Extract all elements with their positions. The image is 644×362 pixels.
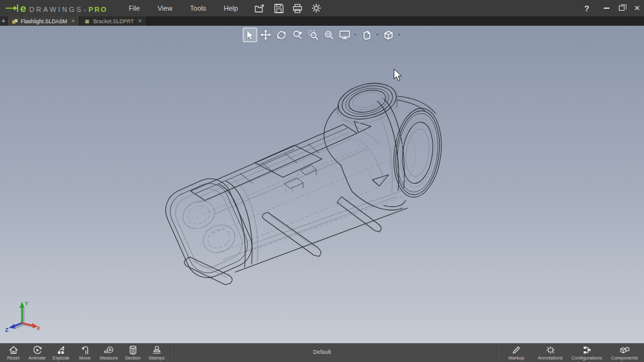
tool-label: Markup	[508, 355, 524, 361]
toolbar-separator	[170, 346, 171, 361]
axis-y-label: Y	[25, 300, 28, 307]
explode-button[interactable]: Explode	[49, 344, 73, 362]
mouse-cursor	[393, 69, 402, 82]
monitor-icon	[339, 30, 350, 40]
section-icon	[128, 346, 138, 354]
animate-icon	[33, 346, 42, 354]
animate-button[interactable]: Animate	[25, 344, 49, 362]
configurations-button[interactable]: Configurations	[567, 344, 606, 362]
menu-tools[interactable]: Tools	[181, 1, 215, 15]
part-icon	[84, 19, 91, 24]
select-tool-button[interactable]	[243, 28, 257, 42]
tool-label: Measure	[99, 355, 118, 361]
section-button[interactable]: Section	[121, 344, 145, 362]
components-icon	[619, 346, 630, 354]
fullscreen-tool-button[interactable]	[337, 28, 352, 42]
zoom-area-tool-button[interactable]	[306, 28, 320, 42]
window-controls: ? ✕	[584, 0, 640, 16]
tool-label: Configurations	[572, 355, 602, 361]
tool-label: Move	[79, 355, 91, 361]
menu-file[interactable]: File	[120, 1, 149, 15]
toolbar-separator	[497, 346, 497, 361]
configuration-label: Default	[313, 349, 331, 355]
tab-label: Bracket.SLDPRT	[93, 18, 134, 25]
view-toolbar	[243, 28, 402, 42]
move-button[interactable]: Move	[73, 344, 97, 362]
configurations-icon	[582, 346, 592, 354]
view-orientation-dropdown[interactable]	[397, 28, 402, 42]
markup-views-button[interactable]	[359, 28, 374, 42]
model-viewport[interactable]: Y X Z	[0, 26, 644, 343]
axis-x-label: X	[36, 325, 40, 331]
components-button[interactable]: Components	[606, 344, 643, 362]
restore-button[interactable]	[619, 6, 625, 11]
status-bar: Reset Animate Explode	[0, 343, 644, 362]
print-icon	[292, 4, 303, 13]
explode-icon	[57, 346, 66, 354]
minimize-button[interactable]	[604, 8, 609, 9]
logo-arrow-icon	[5, 4, 19, 12]
fullscreen-dropdown[interactable]	[353, 28, 358, 42]
tool-label: Explode	[52, 355, 69, 361]
save-button[interactable]	[273, 3, 284, 14]
annotations-button[interactable]: Annotations	[533, 344, 567, 362]
markup-views-dropdown[interactable]	[375, 28, 380, 42]
menu-help[interactable]: Help	[215, 1, 247, 15]
pencil-icon	[512, 346, 521, 354]
select-arrow-icon	[246, 30, 255, 40]
tool-label: Stamps	[148, 355, 164, 361]
pan-icon	[260, 30, 271, 40]
open-button[interactable]	[254, 3, 265, 14]
menu-bar: File View Tools Help	[120, 1, 247, 15]
measure-button[interactable]: Measure	[97, 344, 121, 362]
tool-label: Reset	[7, 355, 19, 361]
options-button[interactable]	[311, 3, 322, 14]
tool-label: Annotations	[538, 355, 563, 361]
home-icon	[9, 346, 18, 354]
zoom-icon	[292, 30, 303, 40]
bottom-tools-right: Markup Annotations	[495, 344, 643, 362]
tool-label: Animate	[28, 355, 46, 361]
stamp-icon	[152, 346, 162, 354]
move-icon	[80, 346, 90, 354]
tool-label: Section	[125, 355, 140, 361]
orientation-triad: Y X Z	[5, 299, 42, 333]
menu-view[interactable]: View	[148, 1, 181, 15]
close-button[interactable]: ✕	[634, 4, 640, 12]
tab-close-icon[interactable]: ✕	[138, 18, 142, 24]
stamps-button[interactable]: Stamps	[145, 344, 169, 362]
logo-brand: DRAWINGS	[29, 6, 83, 13]
tab-close-icon[interactable]: ✕	[71, 18, 75, 24]
zoom-area-icon	[308, 30, 318, 40]
assembly-icon	[12, 19, 18, 24]
pages-icon	[362, 30, 372, 40]
axis-z-label: Z	[5, 327, 9, 333]
gear-icon	[311, 3, 321, 13]
print-button[interactable]	[292, 3, 303, 14]
markup-button[interactable]: Markup	[499, 344, 533, 362]
tab-bracket-sldprt[interactable]: Bracket.SLDPRT ✕	[80, 16, 147, 26]
reset-button[interactable]: Reset	[1, 344, 25, 362]
zoom-fit-tool-button[interactable]	[321, 28, 336, 42]
edrawings-logo: e DRAWINGS ® PRO	[5, 3, 108, 14]
help-button[interactable]: ?	[584, 4, 589, 13]
logo-trademark: ®	[84, 9, 86, 13]
cube-icon	[383, 30, 394, 40]
rotate-icon	[276, 30, 287, 40]
title-bar: e DRAWINGS ® PRO File View Tools Help	[0, 0, 644, 16]
model-wireframe-flashlight	[0, 26, 644, 343]
measure-icon	[104, 346, 114, 354]
pan-tool-button[interactable]	[258, 28, 273, 42]
save-icon	[274, 4, 284, 13]
tab-flashlight-sldasm[interactable]: Flashlight.SLDASM ✕	[8, 16, 80, 26]
bottom-tools-left: Reset Animate Explode	[0, 344, 173, 362]
edrawings-window: e DRAWINGS ® PRO File View Tools Help	[0, 0, 644, 362]
new-tab-button[interactable]: +	[0, 16, 8, 26]
annotations-icon	[546, 346, 555, 354]
zoom-tool-button[interactable]	[290, 28, 304, 42]
logo-e: e	[20, 3, 26, 14]
document-tab-bar: + Flashlight.SLDASM ✕ Bracket.SLDPRT ✕	[0, 16, 644, 26]
view-orientation-button[interactable]	[381, 28, 396, 42]
logo-pro: PRO	[89, 6, 108, 13]
rotate-tool-button[interactable]	[274, 28, 289, 42]
